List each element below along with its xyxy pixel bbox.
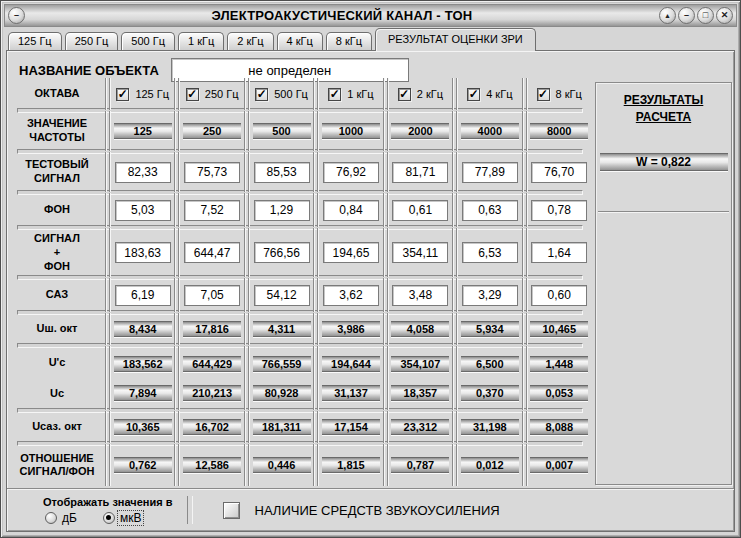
saz-input-1[interactable] (184, 285, 240, 306)
signal-plus-background-input-0[interactable] (115, 242, 171, 263)
octave-checkbox-0[interactable]: ✓125 Гц (116, 88, 169, 101)
octave-checkbox-1[interactable]: ✓250 Гц (186, 88, 239, 101)
value-column (319, 162, 382, 183)
window-title: ЭЛЕКТРОАКУСТИЧЕСКИЙ КАНАЛ - ТОН (25, 8, 659, 23)
u-c-2-value-4: 18,357 (391, 385, 449, 401)
test-signal-input-4[interactable] (392, 162, 448, 183)
checkmark-icon[interactable]: ✓ (398, 88, 411, 101)
signal-plus-background-input-6[interactable] (531, 242, 587, 263)
test-signal-input-6[interactable] (531, 162, 587, 183)
value-column: 12,586 (180, 457, 243, 473)
tab-6[interactable]: 8 кГц (326, 32, 372, 50)
test-signal-input-3[interactable] (323, 162, 379, 183)
value-column (528, 162, 591, 183)
u-c-value-4: 354,107 (391, 356, 449, 372)
value-column (458, 162, 521, 183)
checkmark-icon[interactable]: ✓ (537, 88, 550, 101)
minimize-button[interactable]: – (678, 7, 695, 24)
value-column (250, 242, 313, 263)
signal-plus-background-input-5[interactable] (462, 242, 518, 263)
signal-plus-background-input-4[interactable] (392, 242, 448, 263)
background-input-0[interactable] (115, 200, 171, 221)
signal-background-ratio-value-2: 0,446 (253, 457, 311, 473)
value-column: 194,64431,137 (319, 356, 382, 401)
checkmark-icon[interactable]: ✓ (467, 88, 480, 101)
close-button[interactable]: ✕ (716, 7, 733, 24)
u-c-2-value-5: 0,370 (461, 385, 519, 401)
test-signal-input-2[interactable] (254, 162, 310, 183)
sound-amplification-group[interactable]: НАЛИЧИЕ СРЕДСТВ ЗВУКОУСИЛЕНИЯ (223, 502, 500, 519)
octave-checkbox-4[interactable]: ✓2 кГц (398, 88, 443, 101)
checkmark-icon[interactable]: ✓ (328, 88, 341, 101)
signal-plus-background-input-3[interactable] (323, 242, 379, 263)
value-column (180, 285, 243, 306)
u-noise-oct-value-0: 8,434 (114, 321, 172, 337)
octave-checkbox-2[interactable]: ✓500 Гц (255, 88, 308, 101)
results-divider (598, 211, 729, 213)
test-signal-input-0[interactable] (115, 162, 171, 183)
saz-input-5[interactable] (462, 285, 518, 306)
title-bar: – ЭЛЕКТРОАКУСТИЧЕСКИЙ КАНАЛ - ТОН ▲ – □ … (4, 4, 737, 27)
octave-checkbox-5[interactable]: ✓4 кГц (467, 88, 512, 101)
signal-plus-background-input-1[interactable] (184, 242, 240, 263)
octave-checkbox-3[interactable]: ✓1 кГц (328, 88, 373, 101)
test-signal-input-5[interactable] (462, 162, 518, 183)
value-column: 16,702 (180, 419, 243, 435)
tab-1[interactable]: 250 Гц (65, 32, 119, 50)
saz-input-3[interactable] (323, 285, 379, 306)
checkmark-icon[interactable]: ✓ (116, 88, 129, 101)
octave-checkbox-label: 250 Гц (205, 88, 239, 100)
value-column: 4,311 (250, 321, 313, 337)
saz-input-6[interactable] (531, 285, 587, 306)
row-separator (17, 275, 583, 280)
tab-4[interactable]: 2 кГц (227, 32, 273, 50)
bottom-separator (187, 496, 193, 524)
test-signal-input-1[interactable] (184, 162, 240, 183)
radio-label: мкВ (117, 510, 145, 526)
freq-value-value-0: 125 (114, 123, 172, 139)
background-input-5[interactable] (462, 200, 518, 221)
tab-7[interactable]: РЕЗУЛЬТАТ ОЦЕНКИ ЗРИ (375, 28, 536, 51)
value-column: 4,058 (389, 321, 452, 337)
saz-input-2[interactable] (254, 285, 310, 306)
app-window: – ЭЛЕКТРОАКУСТИЧЕСКИЙ КАНАЛ - ТОН ▲ – □ … (0, 0, 741, 538)
row-separator (17, 149, 583, 154)
signal-background-ratio-value-6: 0,007 (530, 457, 588, 473)
tab-3[interactable]: 1 кГц (178, 32, 224, 50)
radio-db[interactable]: дБ (45, 511, 77, 525)
radio-label: дБ (62, 511, 77, 525)
saz-input-0[interactable] (115, 285, 171, 306)
background-input-2[interactable] (254, 200, 310, 221)
radio-button-icon[interactable] (45, 512, 57, 524)
value-column (389, 200, 452, 221)
maximize-button[interactable]: □ (697, 7, 714, 24)
background-input-6[interactable] (531, 200, 587, 221)
saz-input-4[interactable] (392, 285, 448, 306)
sound-amplification-checkbox[interactable] (223, 502, 240, 519)
value-column: 3,986 (319, 321, 382, 337)
tab-0[interactable]: 125 Гц (8, 32, 62, 50)
main-panel: НАЗВАНИЕ ОБЪЕКТА ОКТАВА✓125 Гц✓250 Гц✓50… (6, 50, 735, 532)
radio-button-icon[interactable] (103, 512, 115, 524)
tab-5[interactable]: 4 кГц (277, 32, 323, 50)
value-column: 125 (111, 123, 174, 139)
octave-checkbox-6[interactable]: ✓8 кГц (537, 88, 582, 101)
shade-button[interactable]: ▲ (659, 7, 676, 24)
u-c-2-value-6: 0,053 (530, 385, 588, 401)
value-column: 1,815 (319, 457, 382, 473)
signal-background-ratio-value-3: 1,815 (322, 457, 380, 473)
background-input-1[interactable] (184, 200, 240, 221)
object-name-input[interactable] (171, 58, 409, 82)
checkmark-icon[interactable]: ✓ (255, 88, 268, 101)
background-input-3[interactable] (323, 200, 379, 221)
radio-mkv[interactable]: мкВ (103, 511, 142, 525)
background-input-4[interactable] (392, 200, 448, 221)
window-controls: ▲ – □ ✕ (659, 7, 733, 24)
tab-2[interactable]: 500 Гц (121, 32, 175, 50)
checkmark-icon[interactable]: ✓ (186, 88, 199, 101)
system-menu-icon[interactable]: – (8, 7, 25, 24)
row-signal-plus-background: СИГНАЛ + ФОН (9, 232, 591, 273)
octave-checkbox-label: 500 Гц (274, 88, 308, 100)
row-label: САЗ (9, 288, 105, 302)
signal-plus-background-input-2[interactable] (254, 242, 310, 263)
